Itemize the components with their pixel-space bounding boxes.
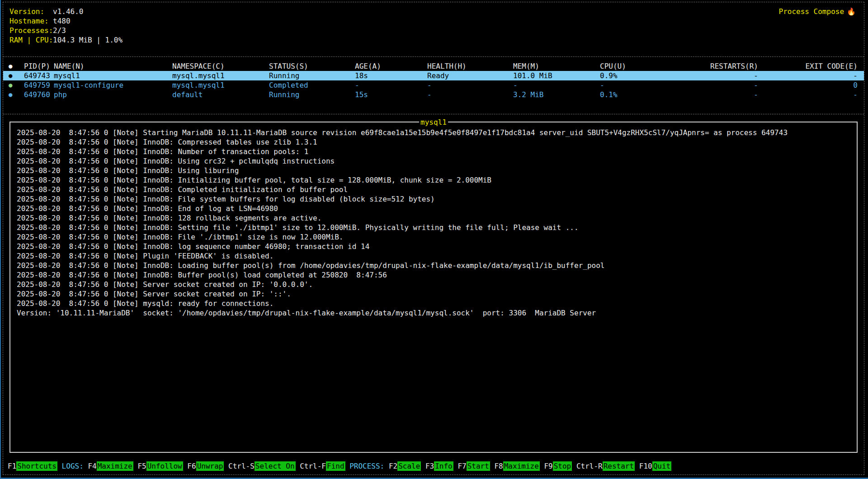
log-line: 2025-08-20 8:47:56 0 [Note] InnoDB: Load… xyxy=(17,261,851,270)
cell-mem: 101.0 MiB xyxy=(513,71,600,80)
column-header-namen: NAME(N) xyxy=(54,61,172,71)
cell-cpu: 0.1% xyxy=(600,90,668,99)
cell-namespace: default xyxy=(172,90,269,99)
log-line: 2025-08-20 8:47:56 0 [Note] InnoDB: 128 … xyxy=(17,213,851,223)
process-compose-app: Version:v1.46.0Hostname:t480Processes:2/… xyxy=(3,2,864,475)
log-panel-title: mysql1 xyxy=(419,117,448,127)
log-line: 2025-08-20 8:47:56 0 [Note] InnoDB: Usin… xyxy=(17,166,851,175)
header-field-label[interactable]: Hostname: xyxy=(9,16,53,26)
shortcut-key: F2 xyxy=(389,462,397,470)
shortcut-select-on[interactable]: Ctrl-SSelect On xyxy=(228,461,296,471)
column-header-statuss: STATUS(S) xyxy=(269,61,355,71)
shortcut-info[interactable]: F3Info xyxy=(425,461,453,471)
shortcut-unwrap[interactable]: F6Unwrap xyxy=(187,461,224,471)
log-line: 2025-08-20 8:47:56 0 [Note] InnoDB: Usin… xyxy=(17,156,851,166)
shortcut-action-badge: Start xyxy=(467,461,490,471)
cell-pid: 649760 xyxy=(24,90,54,99)
shortcut-bar: F1Shortcuts LOGS: F4Maximize F5Unfollow … xyxy=(3,460,864,474)
header-field-value[interactable]: t480 xyxy=(53,17,71,25)
shortcut-key: F1 xyxy=(8,462,16,470)
shortcut-action-badge: Select On xyxy=(255,461,296,471)
shortcut-quit[interactable]: F10Quit xyxy=(639,461,671,471)
cell-namespace: mysql.mysql1 xyxy=(172,71,269,80)
column-header-namespacec: NAMESPACE(C) xyxy=(172,61,269,71)
cell-exit: - xyxy=(758,90,858,99)
cell-namespace: mysql.mysql1 xyxy=(172,80,269,90)
cell-name: mysql1-configure xyxy=(54,80,172,90)
shortcut-action-badge: Shortcuts xyxy=(16,461,57,471)
shortcut-key: F10 xyxy=(639,462,652,470)
cell-health: - xyxy=(427,90,513,99)
cell-status: Completed xyxy=(269,80,355,90)
shortcut-stop[interactable]: F9Stop xyxy=(544,461,572,471)
shortcut-section-label: LOGS: xyxy=(62,462,84,470)
header-field-label[interactable]: RAM | CPU: xyxy=(9,35,53,45)
cell-age: 15s xyxy=(355,90,427,99)
log-line: 2025-08-20 8:47:56 0 [Note] InnoDB: Buff… xyxy=(17,270,851,280)
cell-name: php xyxy=(54,90,172,99)
log-line: 2025-08-20 8:47:56 0 [Note] InnoDB: log … xyxy=(17,242,851,251)
process-row-mysql1[interactable]: ●649743mysql1mysql.mysql1Running18sReady… xyxy=(3,71,864,80)
shortcut-scale[interactable]: F2Scale xyxy=(389,461,421,471)
column-header-memm: MEM(M) xyxy=(513,61,600,71)
shortcut-section-label: PROCESS: xyxy=(349,462,384,470)
app-title: Process Compose🔥 xyxy=(779,7,856,16)
log-line: 2025-08-20 8:47:56 0 [Note] mysqld: read… xyxy=(17,299,851,308)
shortcut-action-badge: Restart xyxy=(603,461,635,471)
header-field[interactable]: Hostname:t480 xyxy=(9,16,858,26)
shortcut-key: Ctrl-R xyxy=(576,462,603,470)
cell-age: - xyxy=(355,80,427,90)
shortcut-key: F5 xyxy=(137,462,146,470)
header-field[interactable]: RAM | CPU:104.3 MiB | 1.0% xyxy=(9,35,858,45)
header-field-label[interactable]: Processes: xyxy=(9,26,53,35)
cell-name: mysql1 xyxy=(54,71,172,80)
shortcut-action-badge: Stop xyxy=(553,461,572,471)
cell-exit: - xyxy=(758,71,858,80)
shortcut-action-badge: Unfollow xyxy=(146,461,183,471)
shortcut-maximize[interactable]: F4Maximize xyxy=(88,461,133,471)
process-row-php[interactable]: ●649760phpdefaultRunning15s-3.2 MiB0.1%-… xyxy=(3,90,864,99)
log-line: 2025-08-20 8:47:56 0 [Note] InnoDB: Sett… xyxy=(17,223,851,232)
shortcut-action-badge: Find xyxy=(326,461,345,471)
process-row-mysql1-configure[interactable]: ●649759mysql1-configuremysql.mysql1Compl… xyxy=(3,80,864,90)
shortcut-find[interactable]: Ctrl-FFind xyxy=(300,461,345,471)
process-status-bullet-icon: ● xyxy=(9,80,24,90)
shortcut-key: Ctrl-S xyxy=(228,462,255,470)
cell-restarts: - xyxy=(668,90,758,99)
cell-age: 18s xyxy=(355,71,427,80)
column-header-agea: AGE(A) xyxy=(355,61,427,71)
header-field[interactable]: Processes:2/3 xyxy=(9,26,858,35)
shortcut-action-badge: Maximize xyxy=(503,461,540,471)
shortcut-shortcuts[interactable]: F1Shortcuts xyxy=(8,461,57,471)
log-line: 2025-08-20 8:47:56 0 [Note] InnoDB: Comp… xyxy=(17,137,851,147)
cell-health: - xyxy=(427,80,513,90)
shortcut-restart[interactable]: Ctrl-RRestart xyxy=(576,461,635,471)
log-content[interactable]: 2025-08-20 8:47:56 0 [Note] Starting Mar… xyxy=(10,122,857,452)
cell-exit: 0 xyxy=(758,80,858,90)
shortcut-key: Ctrl-F xyxy=(300,462,326,470)
header-field[interactable]: Version:v1.46.0 xyxy=(9,7,858,16)
header-field-value[interactable]: v1.46.0 xyxy=(53,7,83,16)
header-field-label[interactable]: Version: xyxy=(9,7,53,16)
process-table: ●PID(P)NAME(N)NAMESPACE(C)STATUS(S)AGE(A… xyxy=(3,57,864,114)
header-field-value[interactable]: 2/3 xyxy=(53,26,66,35)
shortcut-key: F8 xyxy=(494,462,503,470)
log-line: Version: '10.11.11-MariaDB' socket: '/ho… xyxy=(17,308,851,318)
shortcut-unfollow[interactable]: F5Unfollow xyxy=(137,461,183,471)
shortcut-key: F7 xyxy=(458,462,466,470)
log-panel: mysql1 2025-08-20 8:47:56 0 [Note] Start… xyxy=(9,122,858,453)
column-header-pidp: PID(P) xyxy=(24,61,54,71)
header-pane: Version:v1.46.0Hostname:t480Processes:2/… xyxy=(3,2,864,57)
shortcut-action-badge: Scale xyxy=(397,461,421,471)
table-header-bullet-icon: ● xyxy=(9,61,24,71)
flame-icon: 🔥 xyxy=(847,7,856,16)
shortcut-key: F6 xyxy=(187,462,196,470)
shortcut-maximize[interactable]: F8Maximize xyxy=(494,461,539,471)
header-field-value[interactable]: 104.3 MiB | 1.0% xyxy=(53,36,123,44)
shortcut-start[interactable]: F7Start xyxy=(458,461,490,471)
cell-status: Running xyxy=(269,90,355,99)
cell-pid: 649743 xyxy=(24,71,54,80)
log-line: 2025-08-20 8:47:56 0 [Note] InnoDB: Comp… xyxy=(17,185,851,194)
log-line: 2025-08-20 8:47:56 0 [Note] InnoDB: End … xyxy=(17,204,851,213)
log-line: 2025-08-20 8:47:56 0 [Note] InnoDB: Numb… xyxy=(17,147,851,156)
